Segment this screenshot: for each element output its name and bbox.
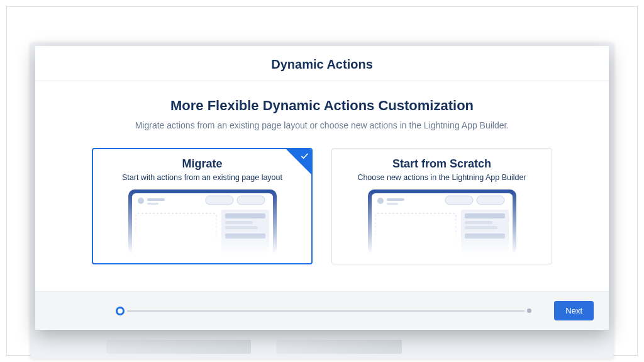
backdrop-strip [276, 340, 402, 354]
svg-rect-4 [147, 203, 158, 205]
modal-title: Dynamic Actions [35, 57, 609, 72]
dynamic-actions-modal: Dynamic Actions More Flexible Dynamic Ac… [35, 46, 609, 330]
svg-point-16 [377, 198, 384, 204]
option-card-scratch[interactable]: Start from Scratch Choose new actions in… [331, 148, 552, 264]
option-description: Start with actions from an existing page… [122, 173, 282, 182]
progress-line [127, 310, 525, 312]
backdrop-strip [106, 340, 251, 354]
svg-rect-24 [465, 221, 492, 224]
option-card-migrate[interactable]: Migrate Start with actions from an exist… [92, 148, 313, 264]
svg-point-2 [138, 198, 144, 204]
svg-rect-25 [465, 226, 497, 229]
svg-rect-13 [132, 234, 273, 254]
svg-rect-19 [445, 196, 473, 205]
svg-rect-27 [372, 234, 513, 254]
svg-rect-11 [225, 226, 258, 229]
svg-rect-6 [237, 196, 265, 205]
option-description: Choose new actions in the Lightning App … [357, 173, 526, 182]
option-cards: Migrate Start with actions from an exist… [54, 148, 590, 264]
svg-rect-20 [477, 196, 504, 205]
svg-rect-3 [147, 198, 165, 201]
selected-check-icon [286, 149, 311, 174]
svg-rect-23 [465, 213, 505, 218]
progress-indicator [50, 307, 543, 315]
modal-footer: Next [35, 291, 609, 330]
option-illustration [367, 188, 518, 254]
option-illustration [127, 188, 278, 254]
progress-step-current [116, 307, 125, 315]
next-button[interactable]: Next [554, 301, 594, 320]
progress-step-upcoming [527, 308, 531, 313]
modal-header: Dynamic Actions [35, 46, 609, 81]
svg-rect-10 [225, 221, 253, 224]
svg-rect-9 [225, 213, 265, 218]
modal-description: Migrate actions from an existing page la… [54, 120, 590, 130]
svg-rect-5 [206, 196, 233, 205]
modal-subtitle: More Flexible Dynamic Actions Customizat… [54, 98, 590, 114]
option-title: Migrate [182, 157, 222, 171]
svg-rect-17 [387, 198, 404, 201]
modal-body: More Flexible Dynamic Actions Customizat… [35, 81, 609, 291]
svg-rect-18 [387, 203, 398, 205]
option-title: Start from Scratch [392, 157, 491, 171]
